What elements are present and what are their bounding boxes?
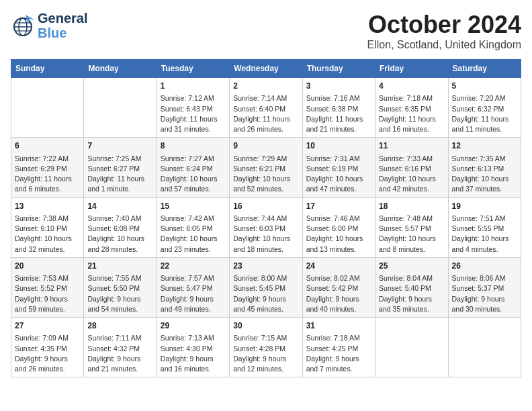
day-info: Daylight: 10 hours xyxy=(306,234,371,244)
day-info: Sunset: 6:21 PM xyxy=(233,164,298,174)
logo: General Blue xyxy=(11,11,87,40)
day-info: Sunset: 6:05 PM xyxy=(161,224,226,234)
day-info: Sunrise: 7:16 AM xyxy=(306,93,371,103)
day-info: Sunrise: 7:48 AM xyxy=(379,214,444,224)
day-info: Daylight: 10 hours xyxy=(452,174,517,184)
logo-text-block: General Blue xyxy=(38,11,87,40)
day-cell: 31Sunrise: 7:18 AMSunset: 4:25 PMDayligh… xyxy=(302,318,375,377)
week-row-3: 13Sunrise: 7:38 AMSunset: 6:10 PMDayligh… xyxy=(11,197,521,257)
day-cell: 25Sunrise: 8:04 AMSunset: 5:40 PMDayligh… xyxy=(375,257,448,317)
day-cell xyxy=(448,318,521,377)
day-number: 5 xyxy=(452,81,517,92)
day-info: Sunrise: 8:04 AM xyxy=(379,273,444,283)
day-info: and 8 minutes. xyxy=(379,244,444,255)
day-info: and 52 minutes. xyxy=(233,184,298,194)
day-info: Sunrise: 7:14 AM xyxy=(233,93,298,103)
day-number: 13 xyxy=(15,201,80,212)
day-info: Sunrise: 7:38 AM xyxy=(15,214,80,224)
day-cell: 18Sunrise: 7:48 AMSunset: 5:57 PMDayligh… xyxy=(375,197,448,257)
day-number: 26 xyxy=(452,261,517,272)
day-info: Sunrise: 7:12 AM xyxy=(161,93,226,103)
day-number: 6 xyxy=(15,140,80,152)
day-info: and 16 minutes. xyxy=(379,124,444,134)
day-info: Daylight: 9 hours xyxy=(233,294,298,304)
day-number: 8 xyxy=(161,140,226,152)
page-header: General Blue October 2024 Ellon, Scotlan… xyxy=(11,11,521,51)
day-info: Daylight: 10 hours xyxy=(161,174,226,184)
calendar-table: SundayMondayTuesdayWednesdayThursdayFrid… xyxy=(11,59,521,377)
day-cell: 14Sunrise: 7:40 AMSunset: 6:08 PMDayligh… xyxy=(84,197,157,257)
day-cell: 8Sunrise: 7:27 AMSunset: 6:24 PMDaylight… xyxy=(157,138,229,197)
day-info: Daylight: 9 hours xyxy=(379,294,444,304)
week-row-5: 27Sunrise: 7:09 AMSunset: 4:35 PMDayligh… xyxy=(11,318,521,377)
day-info: and 13 minutes. xyxy=(306,244,371,255)
day-number: 17 xyxy=(306,201,371,212)
day-info: Sunset: 5:52 PM xyxy=(15,283,80,293)
day-info: Sunset: 6:29 PM xyxy=(15,164,80,174)
day-info: and 28 minutes. xyxy=(87,244,152,255)
day-cell: 24Sunrise: 8:02 AMSunset: 5:42 PMDayligh… xyxy=(302,257,375,317)
title-section: October 2024 Ellon, Scotland, United Kin… xyxy=(367,11,521,51)
day-number: 24 xyxy=(306,261,371,272)
day-cell: 4Sunrise: 7:18 AMSunset: 6:35 PMDaylight… xyxy=(375,78,448,138)
day-info: Sunset: 6:35 PM xyxy=(379,104,444,114)
day-number: 23 xyxy=(233,261,298,272)
day-info: Sunrise: 7:40 AM xyxy=(87,214,152,224)
day-cell: 29Sunrise: 7:13 AMSunset: 4:30 PMDayligh… xyxy=(157,318,229,377)
day-info: and 35 minutes. xyxy=(379,304,444,314)
day-info: and 42 minutes. xyxy=(379,184,444,194)
day-info: Sunset: 5:42 PM xyxy=(306,283,371,293)
col-header-wednesday: Wednesday xyxy=(230,60,302,78)
day-info: Daylight: 11 hours xyxy=(233,114,298,124)
day-info: and 31 minutes. xyxy=(161,124,226,134)
day-info: Sunset: 5:47 PM xyxy=(161,283,226,293)
day-info: and 59 minutes. xyxy=(15,304,80,314)
day-info: Daylight: 11 hours xyxy=(452,114,517,124)
day-info: Sunrise: 7:57 AM xyxy=(161,273,226,283)
day-info: Daylight: 11 hours xyxy=(87,174,152,184)
day-info: and 4 minutes. xyxy=(452,244,517,255)
day-number: 25 xyxy=(379,261,444,272)
day-info: Daylight: 11 hours xyxy=(15,174,80,184)
day-info: Sunset: 6:08 PM xyxy=(87,224,152,234)
day-info: Sunrise: 7:42 AM xyxy=(161,214,226,224)
col-header-thursday: Thursday xyxy=(302,60,375,78)
day-info: Daylight: 9 hours xyxy=(306,294,371,304)
day-info: Sunrise: 8:02 AM xyxy=(306,273,371,283)
day-info: Sunset: 5:55 PM xyxy=(452,224,517,234)
day-number: 7 xyxy=(87,140,152,152)
day-info: Daylight: 10 hours xyxy=(379,174,444,184)
day-info: and 21 minutes. xyxy=(306,124,371,134)
day-info: Sunrise: 7:44 AM xyxy=(233,214,298,224)
week-row-2: 6Sunrise: 7:22 AMSunset: 6:29 PMDaylight… xyxy=(11,138,521,197)
day-number: 2 xyxy=(233,81,298,92)
day-cell: 27Sunrise: 7:09 AMSunset: 4:35 PMDayligh… xyxy=(11,318,84,377)
day-number: 11 xyxy=(379,140,444,152)
day-info: Daylight: 10 hours xyxy=(15,234,80,244)
day-info: Sunrise: 7:20 AM xyxy=(452,93,517,103)
day-cell: 30Sunrise: 7:15 AMSunset: 4:28 PMDayligh… xyxy=(230,318,302,377)
logo-line2: Blue xyxy=(38,26,66,40)
day-info: Sunset: 6:03 PM xyxy=(233,224,298,234)
day-info: and 6 minutes. xyxy=(15,184,80,194)
day-info: Daylight: 10 hours xyxy=(87,234,152,244)
day-number: 9 xyxy=(233,140,298,152)
week-row-4: 20Sunrise: 7:53 AMSunset: 5:52 PMDayligh… xyxy=(11,257,521,317)
day-info: Sunrise: 7:55 AM xyxy=(87,273,152,283)
day-cell: 16Sunrise: 7:44 AMSunset: 6:03 PMDayligh… xyxy=(230,197,302,257)
day-info: and 12 minutes. xyxy=(233,364,298,374)
day-info: Sunset: 4:25 PM xyxy=(306,344,371,354)
day-cell: 9Sunrise: 7:29 AMSunset: 6:21 PMDaylight… xyxy=(230,138,302,197)
day-info: Sunset: 5:57 PM xyxy=(379,224,444,234)
day-info: Daylight: 9 hours xyxy=(306,354,371,364)
day-info: Sunset: 5:45 PM xyxy=(233,283,298,293)
day-cell: 11Sunrise: 7:33 AMSunset: 6:16 PMDayligh… xyxy=(375,138,448,197)
day-number: 4 xyxy=(379,81,444,92)
day-cell: 2Sunrise: 7:14 AMSunset: 6:40 PMDaylight… xyxy=(230,78,302,138)
day-info: Sunrise: 7:15 AM xyxy=(233,333,298,343)
col-header-monday: Monday xyxy=(84,60,157,78)
day-info: Sunset: 6:16 PM xyxy=(379,164,444,174)
day-number: 16 xyxy=(233,201,298,212)
day-info: Daylight: 11 hours xyxy=(379,114,444,124)
col-header-tuesday: Tuesday xyxy=(157,60,229,78)
